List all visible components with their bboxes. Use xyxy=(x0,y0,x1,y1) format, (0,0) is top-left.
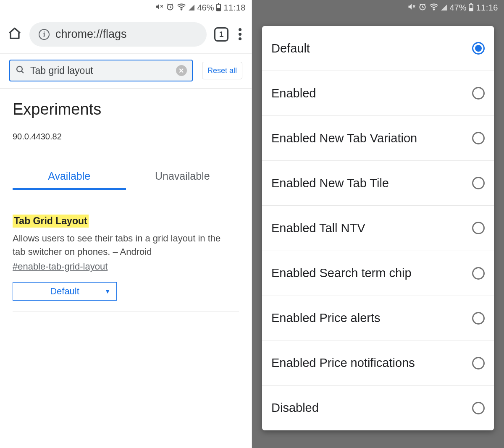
chrome-version: 90.0.4430.82 xyxy=(13,132,239,141)
option-label: Enabled Price notifications xyxy=(271,356,415,370)
status-time: 11:16 xyxy=(476,3,498,13)
flags-body: Experiments 90.0.4430.82 Available Unava… xyxy=(0,89,252,312)
alarm-icon xyxy=(166,3,174,13)
radio-icon[interactable] xyxy=(472,87,485,100)
status-bar: 47% 11:16 xyxy=(252,0,504,15)
radio-icon[interactable] xyxy=(472,312,485,325)
radio-icon[interactable] xyxy=(472,402,485,414)
option-label: Enabled Tall NTV xyxy=(271,221,365,235)
option-label: Enabled xyxy=(271,86,316,100)
radio-icon[interactable] xyxy=(472,267,485,280)
option-label: Default xyxy=(271,42,310,55)
flags-search-row: ✕ Reset all xyxy=(0,54,252,89)
option-row[interactable]: Enabled xyxy=(262,71,494,116)
url-bar[interactable]: i chrome://flags xyxy=(29,22,207,47)
status-icons: 47% 11:16 xyxy=(407,2,498,13)
url-text: chrome://flags xyxy=(55,28,127,41)
volume-mute-icon xyxy=(155,3,163,13)
home-icon[interactable] xyxy=(8,26,22,42)
radio-icon[interactable] xyxy=(472,177,485,189)
tab-switcher-button[interactable]: 1 xyxy=(214,27,228,42)
svg-line-5 xyxy=(21,71,24,73)
tab-unavailable[interactable]: Unavailable xyxy=(126,164,239,190)
svg-point-4 xyxy=(17,66,22,72)
right-phone-screen: 47% 11:16 DefaultEnabledEnabled New Tab … xyxy=(252,0,504,448)
option-label: Enabled New Tab Variation xyxy=(271,131,417,145)
tab-available-label: Available xyxy=(48,170,90,182)
option-label: Enabled Price alerts xyxy=(271,311,381,325)
tab-available[interactable]: Available xyxy=(13,164,126,190)
option-row[interactable]: Disabled xyxy=(262,386,494,430)
flags-tabs: Available Unavailable xyxy=(13,164,239,190)
signal-icon xyxy=(189,5,194,10)
wifi-icon xyxy=(177,2,186,13)
status-time: 11:18 xyxy=(223,3,246,13)
option-row[interactable]: Enabled Search term chip xyxy=(262,251,494,296)
tab-unavailable-label: Unavailable xyxy=(155,170,210,182)
overflow-menu-icon[interactable] xyxy=(236,26,244,42)
option-row[interactable]: Enabled Tall NTV xyxy=(262,206,494,251)
flags-search-input[interactable] xyxy=(30,65,171,76)
reset-all-button[interactable]: Reset all xyxy=(202,62,242,79)
battery-icon xyxy=(469,4,473,11)
signal-icon xyxy=(441,5,447,10)
battery-icon xyxy=(216,4,221,11)
radio-icon[interactable] xyxy=(472,222,485,234)
status-bar: 46% 11:18 xyxy=(0,0,252,15)
svg-point-9 xyxy=(433,9,435,10)
flag-description: Allows users to see their tabs in a grid… xyxy=(13,232,231,259)
chrome-toolbar: i chrome://flags 1 xyxy=(0,15,252,54)
option-row[interactable]: Enabled Price alerts xyxy=(262,296,494,341)
volume-mute-icon xyxy=(407,3,416,13)
option-row[interactable]: Default xyxy=(262,26,494,71)
radio-icon[interactable] xyxy=(472,42,485,55)
flag-dropdown[interactable]: Default ▼ xyxy=(13,282,117,301)
alarm-icon xyxy=(418,3,427,13)
options-dialog: DefaultEnabledEnabled New Tab VariationE… xyxy=(262,26,494,430)
left-phone-screen: 46% 11:18 i chrome://flags 1 xyxy=(0,0,252,448)
option-label: Enabled New Tab Tile xyxy=(271,176,389,190)
tab-count-value: 1 xyxy=(219,30,224,39)
reset-all-label: Reset all xyxy=(207,66,237,75)
info-icon[interactable]: i xyxy=(39,29,50,40)
search-icon xyxy=(15,65,25,76)
flag-anchor-link[interactable]: #enable-tab-grid-layout xyxy=(13,261,108,272)
option-row[interactable]: Enabled New Tab Tile xyxy=(262,161,494,206)
page-title: Experiments xyxy=(13,100,239,118)
svg-point-3 xyxy=(181,9,182,10)
flag-title: Tab Grid Layout xyxy=(13,215,89,228)
flags-search-box[interactable]: ✕ xyxy=(9,60,193,81)
flag-item: Tab Grid Layout Allows users to see thei… xyxy=(13,215,239,312)
radio-icon[interactable] xyxy=(472,357,485,369)
battery-percent: 47% xyxy=(449,3,466,13)
wifi-icon xyxy=(429,2,438,13)
option-row[interactable]: Enabled New Tab Variation xyxy=(262,116,494,161)
option-label: Enabled Search term chip xyxy=(271,266,412,280)
chevron-down-icon: ▼ xyxy=(105,288,110,295)
option-row[interactable]: Enabled Price notifications xyxy=(262,341,494,386)
option-label: Disabled xyxy=(271,401,319,415)
battery-percent: 46% xyxy=(197,3,214,13)
status-icons: 46% 11:18 xyxy=(155,2,246,13)
flag-dropdown-value: Default xyxy=(50,286,79,297)
clear-search-icon[interactable]: ✕ xyxy=(176,65,187,76)
radio-icon[interactable] xyxy=(472,132,485,144)
